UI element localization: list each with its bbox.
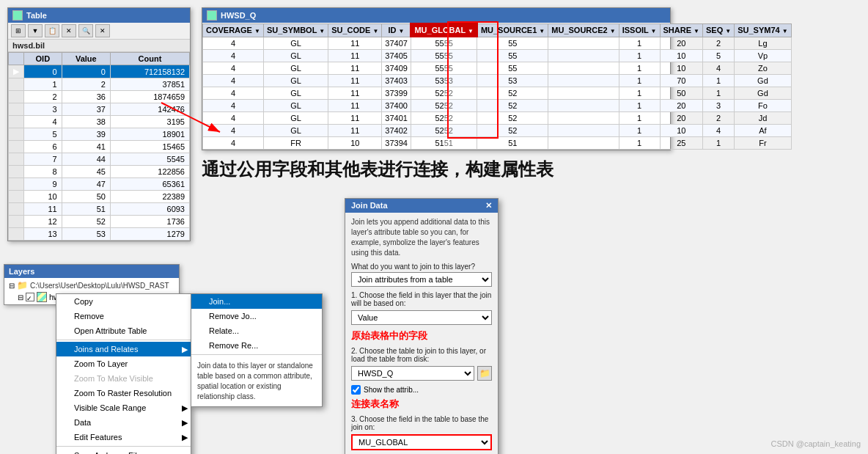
menu-edit-features[interactable]: Edit Features ▶ — [56, 430, 191, 444]
step3-field-select[interactable]: MU_GLOBAL — [351, 434, 492, 450]
visible-scale-arrow-icon: ▶ — [182, 403, 188, 413]
menu-visible-scale[interactable]: Visible Scale Range ▶ — [56, 400, 191, 415]
menu-open-attribute[interactable]: Open Attribute Table — [56, 323, 191, 338]
menu-data[interactable]: Data ▶ — [56, 415, 191, 430]
table-row[interactable]: 10 50 22389 — [9, 191, 190, 203]
hwsd-col-issoil[interactable]: ISSOIL ▼ — [619, 23, 660, 37]
toolbar-btn-4[interactable]: ✕ — [62, 24, 76, 37]
cell-value: 37 — [62, 103, 110, 116]
hwsd-table-row[interactable]: 4GL11374005252521203Fo — [203, 100, 792, 112]
hwsd-cell-su_sym74: Af — [735, 125, 791, 137]
hwsd-cell-mu_global: 5555 — [411, 62, 477, 75]
table-window: Table ⊞ ▼ 📋 ✕ 🔍 ✕ hwsd.bil OID Value Cou… — [7, 7, 191, 241]
hwsd-table-row[interactable]: 4GL11374075555551202Lg — [203, 37, 792, 50]
hwsd-cell-mu_source1: 52 — [477, 100, 548, 112]
step2-table-select[interactable]: HWSD_Q — [351, 366, 474, 381]
col-header-oid[interactable]: OID — [24, 53, 62, 65]
hwsd-col-su_code[interactable]: SU_CODE ▼ — [328, 23, 382, 37]
hwsd-col-mu_source1[interactable]: MU_SOURCE1 ▼ — [477, 23, 548, 37]
toolbar-btn-6[interactable]: ✕ — [95, 24, 110, 37]
table-row[interactable]: 2 36 1874659 — [9, 91, 190, 103]
hwsd-cell-su_sym74: Zo — [735, 62, 791, 75]
submenu-remove-joins[interactable]: Remove Jo... — [191, 309, 322, 323]
join-close-icon[interactable]: ✕ — [485, 201, 492, 210]
attribute-table: OID Value Count ▶ 0 0 712158132 1 2 3785… — [8, 52, 190, 241]
submenu-relate[interactable]: Relate... — [191, 323, 322, 338]
hwsd-cell-seq: 5 — [703, 50, 735, 62]
hwsd-table-row[interactable]: 4GL11374025252521104Af — [203, 125, 792, 137]
hwsd-col-mu_global[interactable]: MU_GLOBAL ▼ — [411, 23, 477, 37]
hwsd-col-su_symbol[interactable]: SU_SYMBOL ▼ — [263, 23, 328, 37]
menu-copy[interactable]: Copy — [56, 294, 191, 309]
visible-scale-label: Visible Scale Range — [74, 403, 146, 412]
cell-count: 15465 — [110, 141, 189, 153]
col-header-count[interactable]: Count — [110, 53, 189, 65]
table-row[interactable]: 6 41 15465 — [9, 141, 190, 153]
menu-joins-relates[interactable]: Joins and Relates ▶ — [56, 342, 191, 356]
menu-save-layer[interactable]: Save As Layer File... — [56, 448, 191, 454]
step1-cn-label: 原始表格中的字段 — [351, 330, 427, 341]
hwsd-table-row[interactable]: 4GL11374055555551105Vp — [203, 50, 792, 62]
menu-zoom-layer[interactable]: Zoom To Layer — [56, 356, 191, 371]
table-row[interactable]: 1 2 37851 — [9, 78, 190, 91]
hwsd-col-mu_source2[interactable]: MU_SOURCE2 ▼ — [548, 23, 619, 37]
cell-value: 38 — [62, 116, 110, 128]
hwsd-cell-su_sym74: Lg — [735, 37, 791, 50]
hwsd-cell-coverage: 4 — [203, 100, 264, 112]
cell-count: 37851 — [110, 78, 189, 91]
table-row[interactable]: 4 38 3195 — [9, 116, 190, 128]
hwsd-table-row[interactable]: 4GL11373995252521501Gd — [203, 87, 792, 100]
hwsd-table-row[interactable]: 4FR10373945151511251Fr — [203, 137, 792, 150]
menu-zoom-raster[interactable]: Zoom To Raster Resolution — [56, 386, 191, 400]
table-row[interactable]: 13 53 1279 — [9, 228, 190, 241]
table-row[interactable]: ▶ 0 0 712158132 — [9, 65, 190, 78]
hwsd-cell-su_code: 11 — [328, 125, 382, 137]
table-toolbar: ⊞ ▼ 📋 ✕ 🔍 ✕ — [8, 23, 190, 40]
hwsd-col-coverage[interactable]: COVERAGE ▼ — [203, 23, 264, 37]
table-row[interactable]: 5 39 18901 — [9, 128, 190, 141]
toolbar-btn-5[interactable]: 🔍 — [78, 24, 93, 37]
submenu-join[interactable]: Join... — [191, 294, 322, 309]
hwsd-cell-mu_global: 5555 — [411, 50, 477, 62]
table-row[interactable]: 8 45 122856 — [9, 166, 190, 178]
row-indicator — [9, 203, 24, 216]
browse-button[interactable]: 📁 — [477, 366, 492, 381]
step2-cn-label: 连接表名称 — [351, 398, 399, 409]
step1-field-select[interactable]: Value — [351, 310, 492, 325]
hwsd-cell-su_sym74: Gd — [735, 75, 791, 87]
hwsd-col-seq[interactable]: SEQ ▼ — [703, 23, 735, 37]
hwsd-cell-mu_source1: 53 — [477, 75, 548, 87]
show-attrib-checkbox[interactable] — [351, 385, 361, 395]
step1-label: 1. Choose the field in this layer that t… — [351, 291, 492, 307]
hwsd-table-row[interactable]: 4GL11374095555551104Zo — [203, 62, 792, 75]
join-type-select[interactable]: Join attributes from a table — [351, 272, 492, 287]
hwsd-col-share[interactable]: SHARE ▼ — [660, 23, 702, 37]
table-row[interactable]: 9 47 65361 — [9, 178, 190, 191]
hwsd-table-row[interactable]: 4GL11374015252521202Jd — [203, 112, 792, 125]
table-row[interactable]: 12 52 1736 — [9, 216, 190, 228]
col-header-value[interactable]: Value — [62, 53, 110, 65]
toolbar-btn-2[interactable]: ▼ — [28, 24, 43, 37]
hwsd-cell-coverage: 4 — [203, 50, 264, 62]
toolbar-btn-3[interactable]: 📋 — [45, 24, 59, 37]
hwsd-cell-coverage: 4 — [203, 62, 264, 75]
submenu-remove-relates[interactable]: Remove Re... — [191, 338, 322, 353]
table-row[interactable]: 7 44 5545 — [9, 153, 190, 166]
hwsd-col-id[interactable]: ID ▼ — [382, 23, 411, 37]
cell-oid: 8 — [24, 166, 62, 178]
hwsd-cell-coverage: 4 — [203, 87, 264, 100]
cell-oid: 3 — [24, 103, 62, 116]
hwsd-table-row[interactable]: 4GL11374035353531701Gd — [203, 75, 792, 87]
cell-value: 44 — [62, 153, 110, 166]
menu-remove[interactable]: Remove — [56, 309, 191, 323]
table-row[interactable]: 3 37 142476 — [9, 103, 190, 116]
table-row[interactable]: 11 51 6093 — [9, 203, 190, 216]
edit-features-arrow-icon: ▶ — [182, 433, 188, 442]
toolbar-btn-1[interactable]: ⊞ — [11, 24, 26, 37]
layer-checkbox[interactable] — [26, 293, 34, 301]
layers-title: Layers — [9, 267, 34, 276]
hwsd-cell-share: 70 — [660, 75, 702, 87]
hwsd-cell-su_code: 11 — [328, 112, 382, 125]
hwsd-col-su_sym74[interactable]: SU_SYM74 ▼ — [735, 23, 791, 37]
step3-row: MU_GLOBAL — [351, 434, 492, 450]
